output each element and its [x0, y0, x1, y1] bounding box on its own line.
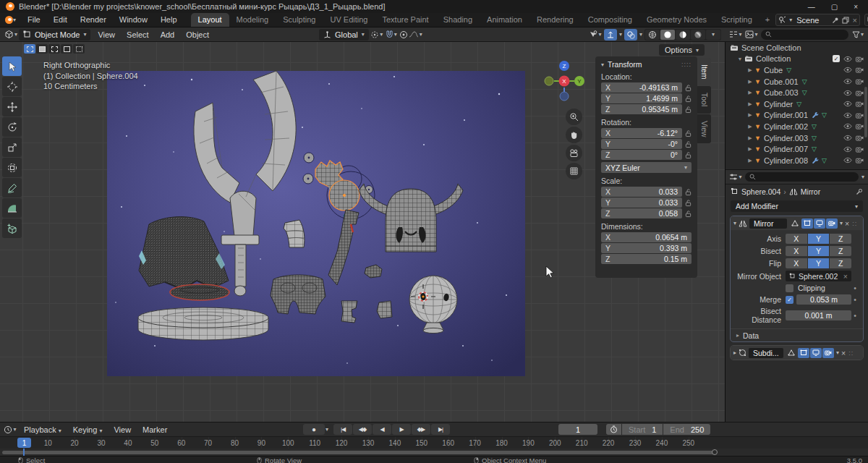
location-z-field[interactable]: Z0.95345 m: [601, 104, 682, 114]
modifier-name-field[interactable]: Mirror: [749, 218, 787, 229]
remove-modifier-icon[interactable]: ×: [841, 349, 846, 357]
lock-open-icon[interactable]: [685, 210, 692, 218]
scale-x-field[interactable]: X0.033: [601, 187, 682, 197]
remove-modifier-icon[interactable]: ×: [845, 219, 849, 228]
snap-toggle[interactable]: ▾: [385, 29, 398, 41]
dimensions-y-field[interactable]: Y0.393 m: [601, 243, 692, 253]
rotation-x-field[interactable]: X-6.12°: [601, 128, 682, 138]
proportional-editing-button[interactable]: ▾: [399, 29, 422, 41]
outliner-filter-id-type[interactable]: ▾: [745, 29, 758, 41]
pivot-point-button[interactable]: ▾: [370, 29, 383, 41]
timeline-menu-keying[interactable]: Keying ▾: [67, 425, 109, 434]
lock-open-icon[interactable]: [685, 106, 692, 114]
camera-icon[interactable]: [856, 135, 864, 141]
select-mode-tweak[interactable]: [24, 44, 35, 54]
scale-z-field[interactable]: Z0.058: [601, 208, 682, 218]
mirror-axis-x[interactable]: X: [786, 234, 807, 244]
outliner-display-mode[interactable]: ▾: [729, 29, 742, 41]
tool-transform[interactable]: [2, 158, 22, 177]
timeline-menu-marker[interactable]: Marker: [137, 425, 173, 434]
timeline-scrollbar[interactable]: [2, 451, 715, 454]
show-in-editmode-toggle[interactable]: [801, 218, 813, 229]
current-frame-field[interactable]: 1: [558, 424, 597, 435]
clipping-checkbox[interactable]: [786, 284, 793, 292]
lock-open-icon[interactable]: [685, 151, 692, 159]
eye-icon[interactable]: [843, 78, 852, 85]
mirror-flip-z[interactable]: Z: [830, 258, 851, 268]
lock-open-icon[interactable]: [685, 188, 692, 196]
lock-open-icon[interactable]: [685, 129, 692, 137]
outliner-search-input[interactable]: [761, 30, 848, 40]
minimize-button[interactable]: —: [808, 3, 815, 11]
eye-icon[interactable]: [843, 56, 852, 62]
outliner-row-cylinder.001[interactable]: ▶ ▼ Cylinder.001 ▽: [726, 110, 868, 122]
tool-measure[interactable]: [2, 198, 22, 218]
end-frame-field[interactable]: End250: [663, 424, 710, 435]
close-button[interactable]: ×: [854, 3, 858, 11]
scale-y-field[interactable]: Y0.033: [601, 197, 682, 208]
eye-icon[interactable]: [843, 146, 852, 153]
modifier-name-field[interactable]: Subdi...: [749, 348, 783, 358]
tool-annotate[interactable]: [2, 178, 22, 197]
outliner-filter-button[interactable]: ▾: [851, 29, 864, 41]
pan-hand-icon[interactable]: [566, 127, 582, 143]
camera-icon[interactable]: [856, 112, 864, 119]
pin-icon[interactable]: [856, 188, 863, 195]
select-mode-intersect[interactable]: [73, 44, 85, 54]
lock-open-icon[interactable]: [685, 140, 692, 148]
outliner-row-cube[interactable]: ▶ ▼ Cube ▽: [726, 64, 868, 76]
outliner-row-cylinder.008[interactable]: ▶ ▼ Cylinder.008 ▽: [726, 155, 868, 166]
overlays-dropdown[interactable]: ▾: [639, 31, 642, 38]
animate-dot[interactable]: •: [851, 295, 859, 304]
next-keyframe-button[interactable]: ◆▶: [412, 424, 430, 435]
outliner-row-cylinder.002[interactable]: ▶ ▼ Cylinder.002 ▽: [726, 121, 868, 132]
eye-icon[interactable]: [843, 90, 852, 96]
sidebar-tab-item[interactable]: Item: [697, 58, 711, 85]
jump-to-end-button[interactable]: ▶|: [431, 424, 450, 435]
dimensions-x-field[interactable]: X0.0654 m: [601, 232, 692, 242]
shading-rendered-button[interactable]: [691, 30, 705, 40]
mirror-object-field[interactable]: Sphere.002 ×: [786, 271, 851, 281]
jump-to-start-button[interactable]: |◀: [333, 424, 352, 435]
mirror-flip-y[interactable]: Y: [808, 258, 830, 268]
show-in-viewport-toggle[interactable]: [810, 348, 822, 358]
camera-icon[interactable]: [856, 90, 864, 96]
tool-rotate[interactable]: [2, 117, 22, 137]
auto-keying-button[interactable]: ●: [303, 424, 325, 435]
lock-open-icon[interactable]: [685, 84, 692, 92]
panel-grip[interactable]: ::::: [681, 61, 692, 68]
collection-checkbox[interactable]: ✓: [833, 55, 840, 62]
workspace-tab-animation[interactable]: Animation: [480, 13, 529, 27]
select-mode-extend[interactable]: [48, 44, 60, 54]
modifier-drag-grip[interactable]: ::: [852, 220, 857, 227]
show-in-render-toggle[interactable]: [822, 348, 834, 358]
modifier-extras-dropdown[interactable]: ▾: [836, 349, 839, 356]
new-scene-icon[interactable]: [842, 17, 849, 24]
tool-scale[interactable]: [2, 137, 22, 157]
unlink-scene-icon[interactable]: ×: [852, 16, 856, 25]
properties-options-dropdown[interactable]: ▾: [861, 174, 864, 180]
rotation-mode-select[interactable]: XYZ Euler▾: [601, 162, 692, 173]
collapse-icon[interactable]: ▾: [601, 61, 604, 68]
mode-selector[interactable]: Object Mode ▾: [19, 29, 90, 41]
location-y-field[interactable]: Y1.4699 m: [601, 93, 682, 103]
show-on-cage-toggle[interactable]: [789, 218, 801, 229]
editor-type-button[interactable]: ▾: [4, 29, 17, 41]
shading-material-button[interactable]: [676, 30, 690, 40]
workspace-tab-modeling[interactable]: Modeling: [229, 13, 276, 27]
view-layer-selector[interactable]: ▾ ViewLayer ×: [864, 14, 868, 26]
bisect-distance-field[interactable]: 0.001 m: [786, 310, 851, 320]
animate-dot[interactable]: •: [851, 311, 859, 320]
play-reverse-button[interactable]: ◀: [373, 424, 391, 435]
eye-icon[interactable]: [843, 101, 852, 107]
workspace-tab-sculpting[interactable]: Sculpting: [276, 13, 323, 27]
workspace-tab-rendering[interactable]: Rendering: [529, 13, 581, 27]
sidebar-tab-tool[interactable]: Tool: [697, 86, 711, 113]
outliner-row-cube.001[interactable]: ▶ ▼ Cube.001 ▽: [726, 76, 868, 88]
timeline-editor-type[interactable]: ▾: [4, 424, 17, 436]
location-x-field[interactable]: X-0.49163 m: [601, 82, 682, 93]
camera-view-icon[interactable]: [566, 145, 582, 161]
outliner-row-cylinder.003[interactable]: ▶ ▼ Cylinder.003 ▽: [726, 132, 868, 144]
mirror-flip-x[interactable]: X: [786, 258, 807, 268]
tool-cursor[interactable]: [2, 77, 22, 96]
